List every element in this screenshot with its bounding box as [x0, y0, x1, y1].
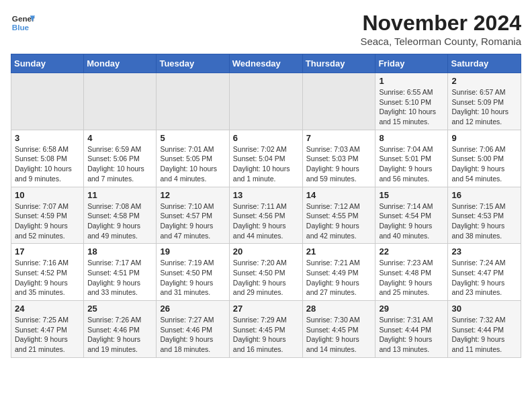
- svg-text:Blue: Blue: [12, 23, 30, 32]
- calendar-cell: 27Sunrise: 7:29 AM Sunset: 4:45 PM Dayli…: [229, 301, 302, 358]
- day-number: 20: [233, 246, 299, 257]
- day-number: 3: [15, 133, 80, 143]
- day-info: Sunrise: 7:15 AM Sunset: 4:53 PM Dayligh…: [451, 201, 517, 241]
- header-sunday: Sunday: [11, 54, 84, 73]
- calendar-cell: 24Sunrise: 7:25 AM Sunset: 4:47 PM Dayli…: [11, 301, 84, 358]
- calendar-cell: 21Sunrise: 7:21 AM Sunset: 4:49 PM Dayli…: [302, 244, 375, 301]
- calendar-cell: 26Sunrise: 7:27 AM Sunset: 4:46 PM Dayli…: [157, 301, 229, 358]
- week-row-0: 1Sunrise: 6:55 AM Sunset: 5:10 PM Daylig…: [11, 73, 521, 130]
- calendar-cell: [11, 73, 84, 130]
- header-wednesday: Wednesday: [229, 54, 302, 73]
- day-info: Sunrise: 7:26 AM Sunset: 4:46 PM Dayligh…: [87, 315, 152, 355]
- day-info: Sunrise: 7:08 AM Sunset: 4:58 PM Dayligh…: [87, 201, 152, 241]
- day-number: 8: [379, 133, 444, 143]
- day-info: Sunrise: 7:17 AM Sunset: 4:51 PM Dayligh…: [87, 258, 152, 298]
- day-number: 2: [451, 76, 517, 86]
- day-info: Sunrise: 7:29 AM Sunset: 4:45 PM Dayligh…: [233, 315, 299, 355]
- calendar-cell: 23Sunrise: 7:24 AM Sunset: 4:47 PM Dayli…: [448, 244, 521, 301]
- calendar-cell: [229, 73, 302, 130]
- day-info: Sunrise: 7:11 AM Sunset: 4:56 PM Dayligh…: [233, 201, 299, 241]
- day-number: 10: [15, 190, 80, 200]
- day-number: 16: [451, 190, 517, 200]
- day-info: Sunrise: 7:27 AM Sunset: 4:46 PM Dayligh…: [160, 315, 225, 355]
- day-number: 22: [379, 246, 444, 257]
- calendar-cell: 6Sunrise: 7:02 AM Sunset: 5:04 PM Daylig…: [229, 130, 302, 187]
- calendar-cell: 4Sunrise: 6:59 AM Sunset: 5:06 PM Daylig…: [84, 130, 157, 187]
- day-number: 12: [160, 190, 225, 200]
- calendar-cell: 25Sunrise: 7:26 AM Sunset: 4:46 PM Dayli…: [84, 301, 157, 358]
- day-number: 25: [87, 304, 152, 314]
- header-friday: Friday: [375, 54, 448, 73]
- day-info: Sunrise: 7:20 AM Sunset: 4:50 PM Dayligh…: [233, 258, 299, 298]
- day-info: Sunrise: 7:30 AM Sunset: 4:45 PM Dayligh…: [306, 315, 372, 355]
- day-info: Sunrise: 7:19 AM Sunset: 4:50 PM Dayligh…: [160, 258, 225, 298]
- week-row-3: 17Sunrise: 7:16 AM Sunset: 4:52 PM Dayli…: [11, 244, 521, 301]
- day-number: 21: [306, 246, 372, 257]
- calendar-cell: 29Sunrise: 7:31 AM Sunset: 4:44 PM Dayli…: [375, 301, 448, 358]
- calendar-cell: [84, 73, 157, 130]
- day-number: 11: [87, 190, 152, 200]
- day-info: Sunrise: 7:25 AM Sunset: 4:47 PM Dayligh…: [15, 315, 80, 355]
- day-number: 19: [160, 246, 225, 257]
- day-number: 27: [233, 304, 299, 314]
- header-thursday: Thursday: [302, 54, 375, 73]
- calendar-cell: [157, 73, 229, 130]
- calendar-cell: 13Sunrise: 7:11 AM Sunset: 4:56 PM Dayli…: [229, 187, 302, 244]
- day-number: 6: [233, 133, 299, 143]
- day-number: 15: [379, 190, 444, 200]
- calendar-cell: 19Sunrise: 7:19 AM Sunset: 4:50 PM Dayli…: [157, 244, 229, 301]
- logo-icon: General Blue: [11, 11, 35, 35]
- day-info: Sunrise: 6:59 AM Sunset: 5:06 PM Dayligh…: [87, 144, 152, 184]
- day-number: 14: [306, 190, 372, 200]
- calendar-body: 1Sunrise: 6:55 AM Sunset: 5:10 PM Daylig…: [11, 73, 521, 358]
- day-info: Sunrise: 6:57 AM Sunset: 5:09 PM Dayligh…: [451, 87, 517, 127]
- calendar-cell: 16Sunrise: 7:15 AM Sunset: 4:53 PM Dayli…: [448, 187, 521, 244]
- day-number: 29: [379, 304, 444, 314]
- day-number: 18: [87, 246, 152, 257]
- calendar-cell: 5Sunrise: 7:01 AM Sunset: 5:05 PM Daylig…: [157, 130, 229, 187]
- day-info: Sunrise: 7:07 AM Sunset: 4:59 PM Dayligh…: [15, 201, 80, 241]
- day-number: 24: [15, 304, 80, 314]
- calendar-cell: 15Sunrise: 7:14 AM Sunset: 4:54 PM Dayli…: [375, 187, 448, 244]
- calendar-cell: 8Sunrise: 7:04 AM Sunset: 5:01 PM Daylig…: [375, 130, 448, 187]
- header-tuesday: Tuesday: [157, 54, 229, 73]
- day-number: 9: [451, 133, 517, 143]
- calendar-cell: 1Sunrise: 6:55 AM Sunset: 5:10 PM Daylig…: [375, 73, 448, 130]
- day-number: 7: [306, 133, 372, 143]
- calendar-cell: 3Sunrise: 6:58 AM Sunset: 5:08 PM Daylig…: [11, 130, 84, 187]
- calendar: SundayMondayTuesdayWednesdayThursdayFrid…: [11, 54, 521, 358]
- title-area: November 2024 Seaca, Teleorman County, R…: [360, 11, 521, 47]
- calendar-cell: 20Sunrise: 7:20 AM Sunset: 4:50 PM Dayli…: [229, 244, 302, 301]
- calendar-cell: 18Sunrise: 7:17 AM Sunset: 4:51 PM Dayli…: [84, 244, 157, 301]
- calendar-cell: 10Sunrise: 7:07 AM Sunset: 4:59 PM Dayli…: [11, 187, 84, 244]
- header: General Blue November 2024 Seaca, Teleor…: [11, 11, 521, 47]
- day-info: Sunrise: 7:31 AM Sunset: 4:44 PM Dayligh…: [379, 315, 444, 355]
- day-number: 23: [451, 246, 517, 257]
- calendar-cell: 2Sunrise: 6:57 AM Sunset: 5:09 PM Daylig…: [448, 73, 521, 130]
- calendar-cell: 9Sunrise: 7:06 AM Sunset: 5:00 PM Daylig…: [448, 130, 521, 187]
- day-info: Sunrise: 7:14 AM Sunset: 4:54 PM Dayligh…: [379, 201, 444, 241]
- calendar-cell: 22Sunrise: 7:23 AM Sunset: 4:48 PM Dayli…: [375, 244, 448, 301]
- header-monday: Monday: [84, 54, 157, 73]
- calendar-cell: 14Sunrise: 7:12 AM Sunset: 4:55 PM Dayli…: [302, 187, 375, 244]
- calendar-cell: 30Sunrise: 7:32 AM Sunset: 4:44 PM Dayli…: [448, 301, 521, 358]
- calendar-cell: 12Sunrise: 7:10 AM Sunset: 4:57 PM Dayli…: [157, 187, 229, 244]
- day-info: Sunrise: 7:16 AM Sunset: 4:52 PM Dayligh…: [15, 258, 80, 298]
- week-row-1: 3Sunrise: 6:58 AM Sunset: 5:08 PM Daylig…: [11, 130, 521, 187]
- day-info: Sunrise: 7:02 AM Sunset: 5:04 PM Dayligh…: [233, 144, 299, 184]
- day-info: Sunrise: 7:10 AM Sunset: 4:57 PM Dayligh…: [160, 201, 225, 241]
- day-info: Sunrise: 7:04 AM Sunset: 5:01 PM Dayligh…: [379, 144, 444, 184]
- day-number: 4: [87, 133, 152, 143]
- day-number: 28: [306, 304, 372, 314]
- logo: General Blue: [11, 11, 35, 35]
- week-row-4: 24Sunrise: 7:25 AM Sunset: 4:47 PM Dayli…: [11, 301, 521, 358]
- page-subtitle: Seaca, Teleorman County, Romania: [360, 36, 521, 47]
- day-number: 1: [379, 76, 444, 86]
- calendar-cell: 28Sunrise: 7:30 AM Sunset: 4:45 PM Dayli…: [302, 301, 375, 358]
- day-info: Sunrise: 7:23 AM Sunset: 4:48 PM Dayligh…: [379, 258, 444, 298]
- day-info: Sunrise: 7:01 AM Sunset: 5:05 PM Dayligh…: [160, 144, 225, 184]
- calendar-cell: 11Sunrise: 7:08 AM Sunset: 4:58 PM Dayli…: [84, 187, 157, 244]
- page-title: November 2024: [360, 11, 521, 36]
- day-number: 17: [15, 246, 80, 257]
- day-info: Sunrise: 7:03 AM Sunset: 5:03 PM Dayligh…: [306, 144, 372, 184]
